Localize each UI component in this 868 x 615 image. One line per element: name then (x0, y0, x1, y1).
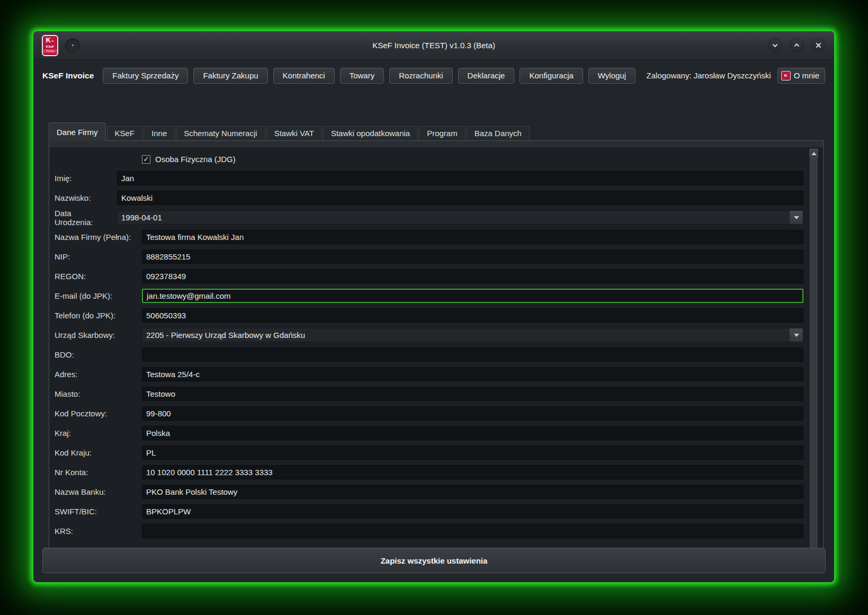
field-label: Kraj: (55, 429, 137, 438)
settings-tab-bar: Dane Firmy KSeF Inne Schematy Numeracji … (49, 122, 818, 141)
field-label: Kod Pocztowy: (55, 409, 137, 418)
toolbar-button-kontrahenci[interactable]: Kontrahenci (273, 68, 335, 84)
field-row-data-urodzenia: Data Urodzenia: 1998-04-01 (55, 210, 803, 225)
field-label: Nazwa Firmy (Pełna): (55, 233, 137, 242)
field-row-krs: KRS: (55, 524, 803, 538)
close-button[interactable] (811, 38, 826, 52)
save-all-settings-button[interactable]: Zapisz wszystkie ustawienia (42, 548, 826, 573)
window-controls (768, 38, 826, 52)
toolbar-button-faktury-sprzedazy[interactable]: Faktury Sprzedaży (103, 68, 188, 84)
combo-dropdown-button[interactable] (789, 211, 803, 224)
field-row-nr-konta: Nr Konta: (55, 465, 803, 479)
panel-top-strip (49, 141, 823, 147)
tab-baza-danych[interactable]: Baza Danych (467, 126, 530, 141)
combo-dropdown-button[interactable] (789, 328, 803, 342)
field-label: NIP: (55, 252, 137, 261)
tab-ksef[interactable]: KSeF (107, 126, 143, 141)
form-rows: Imię: Nazwisko: Data Urodzenia: 1998-04-… (55, 171, 803, 538)
field-label: Urząd Skarbowy: (55, 331, 137, 340)
regon-input[interactable] (142, 269, 803, 283)
kraj-input[interactable] (142, 426, 803, 440)
adres-input[interactable] (142, 367, 803, 381)
triangle-up-icon (811, 152, 817, 155)
tab-dane-firmy[interactable]: Dane Firmy (49, 122, 106, 141)
tab-schematy-numeracji[interactable]: Schematy Numeracji (176, 126, 265, 141)
ksef-app-icon: K➤ KSeF Polska (42, 35, 58, 56)
scrollbar-thumb[interactable] (810, 158, 817, 553)
tab-stawki-opodatkowania[interactable]: Stawki opodatkowania (323, 126, 418, 141)
nazwa-banku-input[interactable] (142, 485, 803, 499)
nr-konta-input[interactable] (142, 465, 803, 479)
close-icon (815, 42, 822, 49)
screenshot-stage: K➤ KSeF Polska KSeF Invoice (TEST) v1.0.… (0, 0, 868, 615)
chevron-down-icon (794, 334, 799, 337)
imie-input[interactable] (117, 171, 803, 185)
window-title: KSeF Invoice (TEST) v1.0.3 (Beta) (33, 41, 834, 50)
field-label: Data Urodzenia: (55, 209, 112, 227)
field-row-nip: NIP: (55, 249, 803, 264)
nazwisko-input[interactable] (117, 191, 803, 205)
nip-input[interactable] (142, 249, 803, 264)
miasto-input[interactable] (142, 387, 803, 401)
combo-value: 1998-04-01 (121, 213, 162, 222)
field-row-swift-bic: SWIFT/BIC: (55, 504, 803, 519)
field-label: Imię: (55, 174, 112, 183)
field-label: Kod Kraju: (55, 448, 137, 457)
toolbar-button-wyloguj[interactable]: Wyloguj (588, 68, 636, 84)
main-toolbar: KSeF Invoice Faktury Sprzedaży Faktury Z… (33, 60, 834, 91)
toolbar-button-konfiguracja[interactable]: Konfiguracja (520, 68, 583, 84)
toolbar-button-towary[interactable]: Towary (340, 68, 384, 84)
field-label: Nazwa Banku: (55, 487, 137, 496)
field-label: Nr Konta: (55, 468, 137, 477)
ksef-logo-line2: Polska (43, 49, 57, 53)
window-menu-button[interactable] (65, 38, 80, 53)
kod-kraju-input[interactable] (142, 445, 803, 460)
field-row-bdo: BDO: (55, 347, 803, 362)
swift-bic-input[interactable] (142, 504, 803, 519)
field-label: E-mail (do JPK): (55, 291, 137, 300)
email-input[interactable] (142, 289, 803, 303)
tab-inne[interactable]: Inne (144, 126, 175, 141)
vertical-scrollbar[interactable] (809, 148, 818, 566)
field-row-telefon: Telefon (do JPK): (55, 308, 803, 323)
field-row-regon: REGON: (55, 269, 803, 283)
tab-stawki-vat[interactable]: Stawki VAT (266, 126, 322, 141)
field-row-adres: Adres: (55, 367, 803, 381)
scrollbar-up-button[interactable] (810, 149, 818, 158)
tab-program[interactable]: Program (419, 126, 466, 141)
field-row-email: E-mail (do JPK): (55, 289, 803, 303)
field-label: REGON: (55, 272, 137, 281)
field-row-nazwa-firmy: Nazwa Firmy (Pełna): (55, 230, 803, 244)
field-row-nazwisko: Nazwisko: (55, 191, 803, 205)
title-bar: K➤ KSeF Polska KSeF Invoice (TEST) v1.0.… (33, 31, 834, 60)
jdg-checkbox[interactable]: ✓ (142, 155, 150, 164)
jdg-checkbox-row: ✓ Osoba Fizyczna (JDG) (142, 154, 803, 164)
bdo-input[interactable] (142, 347, 803, 362)
field-row-urzad-skarbowy: Urząd Skarbowy: 2205 - Pierwszy Urząd Sk… (55, 328, 803, 342)
field-row-kod-pocztowy: Kod Pocztowy: (55, 406, 803, 421)
chevron-down-icon (794, 216, 799, 219)
ksef-logo-line1: KSeF (46, 45, 54, 49)
toolbar-button-deklaracje[interactable]: Deklaracje (458, 68, 515, 84)
chevron-down-icon (772, 42, 778, 49)
maximize-button[interactable] (790, 38, 804, 52)
about-me-button[interactable]: K O mnie (777, 68, 825, 84)
urzad-skarbowy-combobox[interactable]: 2205 - Pierwszy Urząd Skarbowy w Gdańsku (142, 328, 803, 342)
data-urodzenia-combobox[interactable]: 1998-04-01 (117, 210, 803, 225)
nazwa-firmy-input[interactable] (142, 230, 803, 244)
field-row-kod-kraju: Kod Kraju: (55, 445, 803, 460)
toolbar-button-rozrachunki[interactable]: Rozrachunki (389, 68, 452, 84)
minimize-button[interactable] (768, 38, 782, 52)
field-label: KRS: (55, 527, 137, 536)
jdg-checkbox-label: Osoba Fizyczna (JDG) (155, 155, 236, 164)
telefon-input[interactable] (142, 308, 803, 323)
app-window: K➤ KSeF Polska KSeF Invoice (TEST) v1.0.… (32, 30, 835, 583)
kod-pocztowy-input[interactable] (142, 406, 803, 421)
company-form: ✓ Osoba Fizyczna (JDG) Imię: Nazwisko: D… (55, 147, 803, 567)
chevron-up-icon (793, 42, 800, 49)
toolbar-button-faktury-zakupu[interactable]: Faktury Zakupu (193, 68, 267, 84)
about-me-label: O mnie (794, 71, 819, 80)
field-label: Telefon (do JPK): (55, 311, 137, 320)
krs-input[interactable] (142, 524, 803, 538)
field-row-miasto: Miasto: (55, 387, 803, 401)
